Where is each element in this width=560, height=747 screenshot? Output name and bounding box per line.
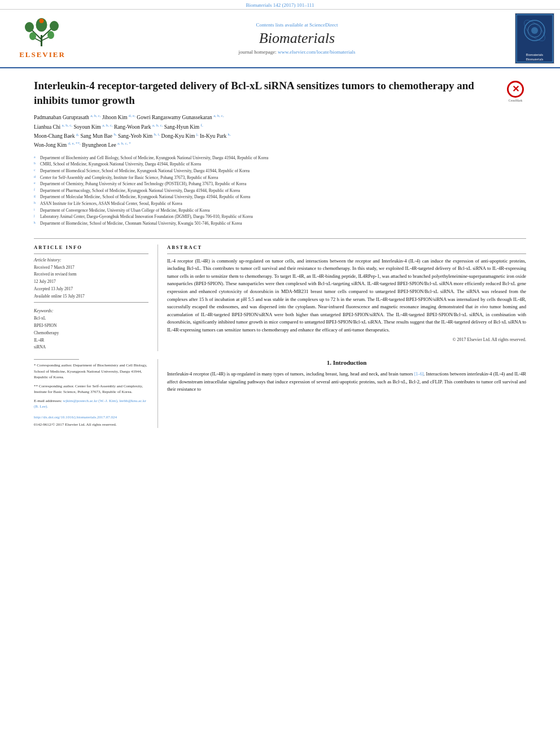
abstract-header: Abstract (167, 244, 526, 250)
affiliation-i: i Department of Convergence Medicine, Un… (34, 207, 526, 214)
authors-line-3: Moon-Chang Baek g, Sang Mun Bae h, Sang-… (34, 132, 526, 141)
journal-center: Contents lists available at ScienceDirec… (85, 22, 509, 55)
affiliation-a: a Department of Biochemistry and Cell Bi… (34, 155, 526, 161)
affiliation-d: d Center for Self-Assembly and Complexit… (34, 174, 526, 181)
intro-paragraph: Interleukin-4 receptor (IL-4R) is up-reg… (167, 370, 526, 394)
contents-available: Contents lists available at ScienceDirec… (85, 22, 509, 28)
ref-link-1-6: [1–6] (414, 372, 423, 377)
article-section: Interleukin-4 receptor-targeted delivery… (0, 68, 560, 233)
intro-section: * Corresponding author. Department of Bi… (0, 359, 560, 428)
keyword-il4r: IL-4R (34, 337, 148, 344)
journal-header: ELSEVIER Contents lists available at Sci… (0, 10, 560, 68)
elsevier-wordmark: ELSEVIER (19, 50, 65, 59)
intro-section-number: 1. (327, 359, 331, 366)
affiliations-block: a Department of Biochemistry and Cell Bi… (34, 155, 526, 227)
authors-line-2: Lianhua Chi a, b, c, Soyoun Kim a, b, c,… (34, 123, 526, 132)
elsevier-tree-icon (11, 18, 73, 49)
citation-text: Biomaterials 142 (2017) 101–111 (246, 2, 314, 8)
science-direct-link[interactable]: ScienceDirect (309, 22, 338, 28)
affiliation-c: c Department of Biomedical Science, Scho… (34, 168, 526, 174)
affiliation-h: h ASAN Institute for Life Sciences, ASAN… (34, 200, 526, 207)
available-online: Available online 15 July 2017 (34, 293, 148, 300)
keyword-bpei-spion: BPEI-SPION (34, 322, 148, 330)
keyword-sirna: siRNA (34, 344, 148, 351)
article-history-label: Article history: (34, 257, 148, 263)
svg-point-6 (25, 22, 34, 32)
top-citation-bar: Biomaterials 142 (2017) 101–111 (0, 0, 560, 10)
authors-line-4: Won-Jong Kim d, e, **, Byungheon Lee a, … (34, 141, 526, 150)
footnote-divider (34, 359, 79, 360)
doi-link[interactable]: http://dx.doi.org/10.1016/j.biomaterials… (34, 414, 148, 421)
crossmark-label: CrossMark (509, 99, 522, 102)
abstract-divider (167, 254, 526, 254)
intro-content-col: 1. Introduction Interleukin-4 receptor (… (158, 359, 526, 428)
keyword-bclxl: Bcl-xL (34, 315, 148, 322)
homepage-url[interactable]: www.elsevier.com/locate/biomaterials (278, 49, 355, 55)
svg-text:Biomaterials: Biomaterials (526, 53, 544, 56)
received-revised-label: Received in revised form (34, 271, 148, 278)
article-info-abstract-cols: Article Info Article history: Received 7… (0, 244, 560, 352)
article-info-divider (34, 254, 148, 254)
keyword-chemotherapy: Chemotherapy (34, 330, 148, 337)
journal-title: Biomaterials (85, 30, 509, 47)
abstract-copyright: © 2017 Elsevier Ltd. All rights reserved… (167, 337, 526, 342)
received-revised-date: 12 July 2017 (34, 278, 148, 286)
affiliation-k: k Department of Biomedicine, School of M… (34, 220, 526, 227)
svg-point-9 (47, 31, 54, 39)
journal-cover-image: Biomaterials (515, 13, 554, 64)
crossmark-wrapper: Interleukin-4 receptor-targeted delivery… (34, 78, 526, 107)
article-info-header: Article Info (34, 244, 148, 250)
article-title: Interleukin-4 receptor-targeted delivery… (34, 78, 499, 107)
affiliation-e: e Department of Chemistry, Pohang Univer… (34, 181, 526, 187)
crossmark-circle: ✕ (507, 81, 524, 98)
intro-section-title: 1. Introduction (167, 359, 526, 366)
crossmark-badge: ✕ CrossMark (505, 81, 526, 102)
abstract-text: IL-4 receptor (IL-4R) is commonly up-reg… (167, 257, 526, 334)
abstract-col: Abstract IL-4 receptor (IL-4R) is common… (158, 244, 526, 352)
affiliation-g: g Department of Molecular Medicine, Scho… (34, 194, 526, 200)
intro-footnotes-col: * Corresponding author. Department of Bi… (34, 359, 158, 428)
svg-point-8 (29, 32, 36, 40)
received-date: Received 7 March 2017 (34, 264, 148, 272)
keywords-section: Keywords: Bcl-xL BPEI-SPION Chemotherapy… (34, 308, 148, 351)
svg-point-10 (40, 19, 44, 23)
article-history-entries: Received 7 March 2017 Received in revise… (34, 264, 148, 300)
article-info-col: Article Info Article history: Received 7… (34, 244, 158, 352)
authors-block: Padmanaban Guruprasath a, b, c, Jihoon K… (34, 113, 526, 150)
issn-line: 0142-9612/© 2017 Elsevier Ltd. All right… (34, 422, 148, 428)
authors-line-1: Padmanaban Guruprasath a, b, c, Jihoon K… (34, 113, 526, 122)
journal-homepage: journal homepage: www.elsevier.com/locat… (85, 49, 509, 55)
accepted-date: Accepted 13 July 2017 (34, 286, 148, 293)
footnote-corresponding-1: * Corresponding author. Department of Bi… (34, 362, 148, 381)
keywords-divider (34, 302, 148, 303)
footnote-corresponding-2: ** Corresponding author. Center for Self… (34, 383, 148, 395)
affiliation-f: f Department of Pharmacology, School of … (34, 187, 526, 194)
section-divider (34, 238, 526, 239)
svg-point-15 (531, 27, 538, 34)
affiliation-j: j Laboratory Animal Center, Daegu-Gyeong… (34, 213, 526, 220)
keywords-label: Keywords: (34, 308, 148, 313)
affiliation-b: b CMRI, School of Medicine, Kyungpook Na… (34, 161, 526, 168)
crossmark-icon: ✕ (512, 85, 519, 94)
page-wrapper: Biomaterials 142 (2017) 101–111 (0, 0, 560, 428)
footnote-email: E-mail addresses: wjkim@postech.ac.kr (W… (34, 398, 148, 410)
svg-point-7 (50, 21, 59, 31)
elsevier-logo-box: ELSEVIER (6, 18, 79, 59)
intro-section-label: Introduction (333, 359, 367, 366)
